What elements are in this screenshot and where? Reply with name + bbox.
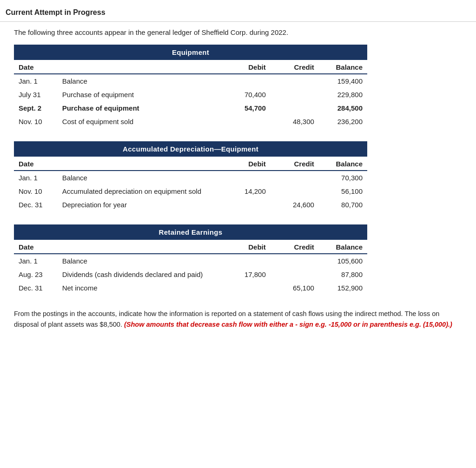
row-debit [222,171,271,185]
table-row: July 31Purchase of equipment70,400229,80… [14,88,367,101]
table-row: Nov. 10Accumulated depreciation on equip… [14,185,367,198]
retained-col-debit: Debit [222,240,271,254]
row-debit [222,74,271,88]
row-date: Sept. 2 [14,101,58,115]
row-balance: 80,700 [319,198,367,211]
accum-depreciation-table: Accumulated Depreciation—Equipment Date … [14,141,367,211]
intro-text: The following three accounts appear in t… [14,28,462,36]
row-date: Jan. 1 [14,74,58,88]
row-desc: Balance [58,254,222,268]
row-date: Aug. 23 [14,268,58,281]
row-balance: 152,900 [319,281,367,295]
accum-col-debit: Debit [222,157,271,171]
equipment-col-balance: Balance [319,60,367,74]
accum-col-balance: Balance [319,157,367,171]
row-desc: Balance [58,171,222,185]
equipment-table-title: Equipment [14,45,367,60]
row-debit: 54,700 [222,101,271,115]
row-desc: Balance [58,74,222,88]
retained-col-balance: Balance [319,240,367,254]
row-debit: 14,200 [222,185,271,198]
row-date: Dec. 31 [14,198,58,211]
row-desc: Purchase of equipment [58,88,222,101]
row-credit [271,254,319,268]
equipment-col-credit: Credit [271,60,319,74]
table-row: Dec. 31Depreciation for year24,60080,700 [14,198,367,211]
row-balance: 70,300 [319,171,367,185]
row-debit: 17,800 [222,268,271,281]
row-date: Nov. 10 [14,185,58,198]
table-row: Sept. 2Purchase of equipment54,700284,50… [14,101,367,115]
equipment-col-date: Date [14,60,58,74]
equipment-col-debit: Debit [222,60,271,74]
row-balance: 87,800 [319,268,367,281]
accum-col-desc [58,157,222,171]
table-row: Aug. 23Dividends (cash dividends declare… [14,268,367,281]
accum-col-credit: Credit [271,157,319,171]
row-balance: 105,600 [319,254,367,268]
row-credit [271,185,319,198]
row-credit [271,268,319,281]
row-desc: Purchase of equipment [58,101,222,115]
row-credit [271,88,319,101]
row-desc: Accumulated depreciation on equipment so… [58,185,222,198]
row-balance: 56,100 [319,185,367,198]
row-credit: 24,600 [271,198,319,211]
current-attempt-header: Current Attempt in Progress [0,5,476,22]
row-debit [222,281,271,295]
row-debit [222,198,271,211]
row-debit: 70,400 [222,88,271,101]
retained-earnings-table-title: Retained Earnings [14,224,367,240]
accum-col-date: Date [14,157,58,171]
row-credit [271,171,319,185]
equipment-col-desc [58,60,222,74]
row-date: Nov. 10 [14,115,58,128]
row-desc: Net income [58,281,222,295]
row-desc: Dividends (cash dividends declared and p… [58,268,222,281]
row-desc: Cost of equipment sold [58,115,222,128]
accum-depreciation-table-title: Accumulated Depreciation—Equipment [14,141,367,157]
row-credit: 48,300 [271,115,319,128]
row-date: Dec. 31 [14,281,58,295]
row-balance: 229,800 [319,88,367,101]
row-balance: 159,400 [319,74,367,88]
row-balance: 284,500 [319,101,367,115]
row-credit: 65,100 [271,281,319,295]
retained-col-date: Date [14,240,58,254]
table-row: Dec. 31Net income65,100152,900 [14,281,367,295]
footer-text: From the postings in the accounts, indic… [14,309,462,330]
table-row: Jan. 1Balance70,300 [14,171,367,185]
row-credit [271,101,319,115]
row-date: Jan. 1 [14,254,58,268]
table-row: Jan. 1Balance105,600 [14,254,367,268]
table-row: Nov. 10Cost of equipment sold48,300236,2… [14,115,367,128]
retained-earnings-table: Retained Earnings Date Debit Credit Bala… [14,224,367,295]
row-debit [222,115,271,128]
row-date: Jan. 1 [14,171,58,185]
footer-text-highlight: (Show amounts that decrease cash flow wi… [124,321,452,328]
table-row: Jan. 1Balance159,400 [14,74,367,88]
row-desc: Depreciation for year [58,198,222,211]
retained-col-desc [58,240,222,254]
equipment-table: Equipment Date Debit Credit Balance Jan.… [14,45,367,128]
row-credit [271,74,319,88]
retained-col-credit: Credit [271,240,319,254]
row-balance: 236,200 [319,115,367,128]
row-date: July 31 [14,88,58,101]
row-debit [222,254,271,268]
